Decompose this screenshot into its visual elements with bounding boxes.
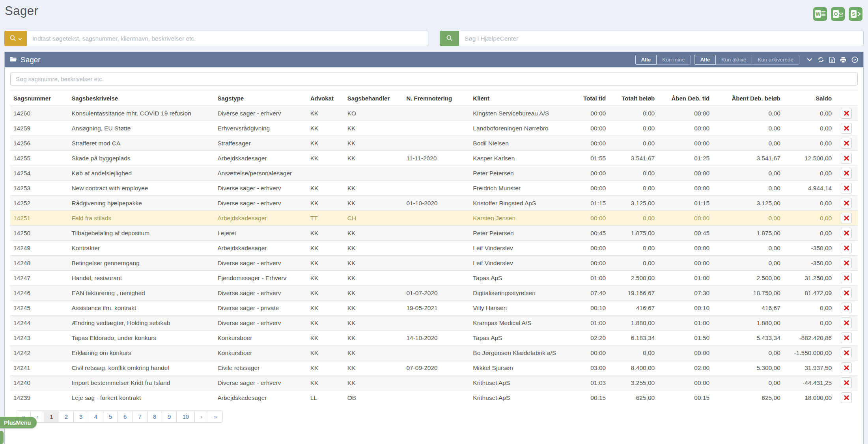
delete-case-button[interactable]	[841, 228, 852, 238]
help-search-button[interactable]	[440, 31, 459, 46]
page-number-5[interactable]: 5	[103, 411, 118, 422]
page-number-8[interactable]: 8	[147, 411, 162, 422]
column-header-sagstype[interactable]: Sagstype	[214, 91, 307, 106]
page-number-4[interactable]: 4	[88, 411, 103, 422]
cell-sagsnummer: 14239	[10, 390, 69, 405]
delete-case-button[interactable]	[841, 168, 852, 178]
column-header-totalt-belob[interactable]: Totalt beløb	[609, 91, 658, 106]
case-row-14252[interactable]: 14252Rådgivening hjælpepakkeDiverse sage…	[10, 196, 858, 211]
cell-saldo: -350,00	[784, 256, 835, 271]
filter-button-kun-arkiverede[interactable]: Kun arkiverede	[752, 55, 799, 65]
page-last[interactable]: »	[208, 411, 222, 422]
case-row-14246[interactable]: 14246EAN fakturering , uenighedDiverse s…	[10, 286, 858, 301]
filter-button-kun-mine[interactable]: Kun mine	[657, 55, 691, 65]
cell-fremnotering	[403, 121, 470, 136]
delete-case-button[interactable]	[841, 392, 852, 403]
delete-case-button[interactable]	[841, 362, 852, 373]
word-icon[interactable]: W	[813, 7, 827, 21]
filter-button-kun-aktive[interactable]: Kun aktive	[716, 55, 752, 65]
case-row-14239[interactable]: 14239Leje sag - forkert kontraktArbejdsk…	[10, 390, 858, 405]
case-row-14251[interactable]: 14251Fald fra stiladsArbejdskadesagerTTC…	[10, 211, 858, 226]
column-header-aaben-deb-tid[interactable]: Åben Deb. tid	[658, 91, 713, 106]
case-row-14241[interactable]: 14241Civil retssag, konflik omkring hand…	[10, 360, 858, 375]
case-row-14242[interactable]: 14242Erklæring om konkursKonkursboerKKKK…	[10, 346, 858, 360]
delete-case-button[interactable]	[841, 183, 852, 193]
column-header-saldo[interactable]: Saldo	[784, 91, 835, 106]
help-icon[interactable]: ?	[851, 56, 858, 63]
delete-case-button[interactable]	[841, 108, 852, 119]
case-row-14259[interactable]: 14259Ansøgning, EU StøtteErhvervsrådgivn…	[10, 121, 858, 136]
case-row-14260[interactable]: 14260Konsulentassitance mht. COVID 19 re…	[10, 106, 858, 121]
case-row-14248[interactable]: 14248Betingelser gennemgangDiverse sager…	[10, 256, 858, 271]
case-row-14245[interactable]: 14245Assistance ifm. kontraktDiverse sag…	[10, 301, 858, 316]
outlook-icon[interactable]: O	[831, 7, 845, 21]
cell-sagsbehandler: KK	[344, 375, 403, 390]
delete-case-button[interactable]	[841, 273, 852, 283]
plusmenu-button[interactable]: PlusMenu	[0, 417, 37, 428]
delete-case-button[interactable]	[841, 213, 852, 223]
cell-sagsbeskrivelse: New contract with employee	[69, 181, 215, 196]
delete-case-button[interactable]	[841, 288, 852, 298]
case-row-14240[interactable]: 14240Import bestemmelser Kridt fra Islan…	[10, 375, 858, 390]
delete-case-button[interactable]	[841, 198, 852, 208]
case-row-14256[interactable]: 14256Strafferet mod CAStraffesagerKKKKBo…	[10, 136, 858, 151]
sharepoint-icon[interactable]: S	[849, 7, 862, 21]
page-number-7[interactable]: 7	[133, 411, 147, 422]
delete-case-button[interactable]	[841, 318, 852, 328]
column-header-sagsbehandler[interactable]: Sagsbehandler	[344, 91, 403, 106]
cell-klient: Krithuset ApS	[470, 390, 566, 405]
column-header-total-tid[interactable]: Total tid	[566, 91, 609, 106]
case-row-14244[interactable]: 14244Ændring vedtægter, Holding selskabD…	[10, 316, 858, 331]
page-next[interactable]: ›	[195, 411, 208, 422]
main-search-input[interactable]	[27, 31, 428, 46]
cell-total-tid: 01:03	[566, 375, 609, 390]
page-number-1[interactable]: 1	[44, 411, 59, 422]
table-search-input[interactable]	[10, 72, 858, 85]
filter-button-alle[interactable]: Alle	[635, 55, 657, 65]
plusmenu-tab[interactable]	[0, 431, 4, 444]
case-row-14243[interactable]: 14243Tapas Eldorado, under konkursKonkur…	[10, 331, 858, 346]
case-row-14250[interactable]: 14250Tilbagebetaling af depositumLejeret…	[10, 226, 858, 241]
column-header-aabent-deb-belob[interactable]: Åbent Deb. beløb	[713, 91, 784, 106]
delete-case-button[interactable]	[841, 153, 852, 163]
cell-klient: Villy Hansen	[470, 301, 566, 316]
delete-case-button[interactable]	[841, 123, 852, 134]
delete-case-button[interactable]	[841, 377, 852, 388]
delete-case-button[interactable]	[841, 347, 852, 358]
delete-case-button[interactable]	[841, 258, 852, 268]
main-search-button[interactable]	[4, 31, 27, 46]
page-number-2[interactable]: 2	[59, 411, 74, 422]
delete-case-button[interactable]	[841, 138, 852, 149]
delete-case-button[interactable]	[841, 303, 852, 313]
refresh-icon[interactable]	[818, 56, 824, 63]
cell-sagsbeskrivelse: EAN fakturering , uenighed	[69, 286, 215, 301]
sharepoint-icon-share	[857, 11, 861, 18]
column-header-klient[interactable]: Klient	[470, 91, 566, 106]
case-row-14255[interactable]: 14255Skade på byggepladsArbejdskadesager…	[10, 151, 858, 166]
column-header-sagsbeskrivelse[interactable]: Sagsbeskrivelse	[69, 91, 215, 106]
page-number-9[interactable]: 9	[162, 411, 177, 422]
print-icon[interactable]	[840, 57, 846, 63]
column-header-advokat[interactable]: Advokat	[307, 91, 344, 106]
delete-case-button[interactable]	[841, 243, 852, 253]
collapse-chevron-icon[interactable]	[807, 58, 812, 61]
page-number-6[interactable]: 6	[118, 411, 133, 422]
page-number-10[interactable]: 10	[177, 411, 195, 422]
column-header-fremnotering[interactable]: N. Fremnotering	[403, 91, 470, 106]
cell-sagsnummer: 14249	[10, 241, 69, 256]
cell-sagstype: Arbejdskadesager	[214, 390, 307, 405]
page-title: Sager	[5, 4, 38, 18]
column-header-sagsnummer[interactable]: Sagsnummer	[10, 91, 69, 106]
delete-x-icon	[844, 275, 849, 281]
delete-case-button[interactable]	[841, 333, 852, 343]
excel-export-icon[interactable]	[829, 57, 835, 63]
case-row-14249[interactable]: 14249KontrakterArbejdskadesagerKKKKLeif …	[10, 241, 858, 256]
case-row-14254[interactable]: 14254Køb af andelslejlighedAnsættelse/pe…	[10, 166, 858, 181]
help-search-input[interactable]	[459, 31, 864, 46]
case-row-14247[interactable]: 14247Handel, restaurantEjendomssager - E…	[10, 271, 858, 286]
case-row-14253[interactable]: 14253New contract with employeeDiverse s…	[10, 181, 858, 196]
page-number-3[interactable]: 3	[74, 411, 88, 422]
cell-advokat: TT	[307, 211, 344, 226]
filter-button-alle[interactable]: Alle	[694, 55, 716, 65]
cell-sagstype: Diverse sager - erhverv	[214, 256, 307, 271]
